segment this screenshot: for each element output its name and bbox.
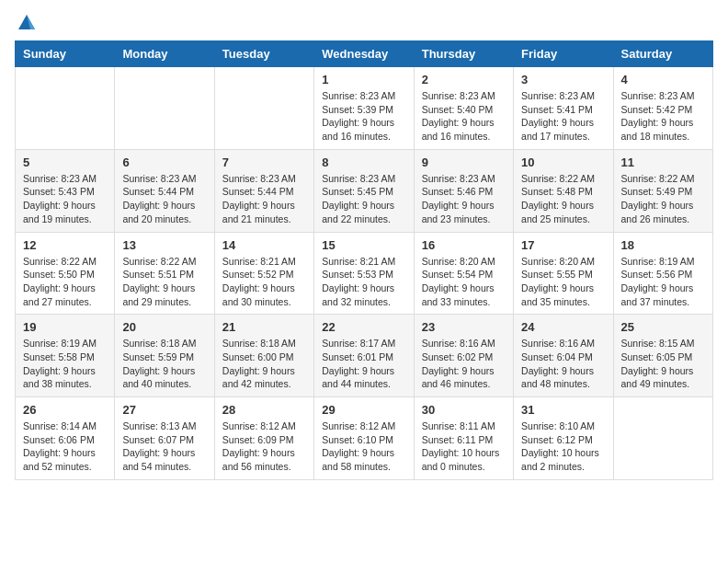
day-info: Sunrise: 8:23 AM Sunset: 5:44 PM Dayligh…	[222, 172, 306, 226]
day-of-week-header: Saturday	[613, 41, 712, 67]
calendar-week-row: 12Sunrise: 8:22 AM Sunset: 5:50 PM Dayli…	[16, 232, 713, 315]
calendar-day-cell: 29Sunrise: 8:12 AM Sunset: 6:10 PM Dayli…	[314, 397, 414, 480]
logo	[15, 15, 37, 29]
day-info: Sunrise: 8:11 AM Sunset: 6:11 PM Dayligh…	[422, 419, 506, 474]
day-number: 13	[122, 238, 206, 252]
day-info: Sunrise: 8:15 AM Sunset: 6:05 PM Dayligh…	[621, 337, 705, 391]
day-of-week-header: Monday	[115, 41, 214, 67]
day-number: 27	[122, 403, 206, 417]
day-number: 19	[23, 320, 107, 334]
day-number: 12	[23, 238, 107, 252]
calendar-day-cell: 2Sunrise: 8:23 AM Sunset: 5:40 PM Daylig…	[414, 67, 513, 150]
calendar-day-cell: 26Sunrise: 8:14 AM Sunset: 6:06 PM Dayli…	[16, 397, 115, 480]
day-info: Sunrise: 8:22 AM Sunset: 5:51 PM Dayligh…	[122, 255, 206, 309]
day-info: Sunrise: 8:22 AM Sunset: 5:49 PM Dayligh…	[621, 172, 705, 226]
day-info: Sunrise: 8:23 AM Sunset: 5:44 PM Dayligh…	[122, 172, 206, 226]
day-number: 24	[521, 320, 605, 334]
day-info: Sunrise: 8:23 AM Sunset: 5:42 PM Dayligh…	[621, 89, 705, 144]
day-number: 29	[322, 403, 405, 417]
day-number: 16	[422, 238, 506, 252]
day-number: 31	[521, 403, 605, 417]
logo-icon	[17, 13, 37, 33]
day-number: 22	[322, 320, 405, 334]
calendar-day-cell: 22Sunrise: 8:17 AM Sunset: 6:01 PM Dayli…	[314, 315, 414, 397]
day-number: 30	[422, 403, 506, 417]
calendar-week-row: 26Sunrise: 8:14 AM Sunset: 6:06 PM Dayli…	[16, 397, 713, 480]
day-info: Sunrise: 8:17 AM Sunset: 6:01 PM Dayligh…	[322, 337, 405, 391]
day-of-week-header: Tuesday	[214, 41, 313, 67]
calendar-table: SundayMondayTuesdayWednesdayThursdayFrid…	[15, 40, 713, 480]
calendar-day-cell	[613, 397, 712, 480]
day-number: 21	[222, 320, 306, 334]
day-number: 14	[222, 238, 306, 252]
day-number: 5	[23, 155, 107, 169]
page-header	[15, 15, 713, 29]
day-number: 4	[621, 73, 705, 86]
day-number: 17	[521, 238, 605, 252]
calendar-day-cell: 27Sunrise: 8:13 AM Sunset: 6:07 PM Dayli…	[115, 397, 214, 480]
day-info: Sunrise: 8:23 AM Sunset: 5:40 PM Dayligh…	[422, 89, 506, 144]
calendar-week-row: 1Sunrise: 8:23 AM Sunset: 5:39 PM Daylig…	[16, 67, 713, 150]
day-info: Sunrise: 8:19 AM Sunset: 5:58 PM Dayligh…	[23, 337, 107, 391]
day-info: Sunrise: 8:21 AM Sunset: 5:52 PM Dayligh…	[222, 255, 306, 309]
calendar-day-cell: 6Sunrise: 8:23 AM Sunset: 5:44 PM Daylig…	[115, 149, 214, 232]
calendar-day-cell	[115, 67, 214, 150]
calendar-day-cell: 3Sunrise: 8:23 AM Sunset: 5:41 PM Daylig…	[514, 67, 613, 150]
day-number: 9	[422, 155, 506, 169]
calendar-day-cell: 5Sunrise: 8:23 AM Sunset: 5:43 PM Daylig…	[16, 149, 115, 232]
day-number: 7	[222, 155, 306, 169]
day-info: Sunrise: 8:19 AM Sunset: 5:56 PM Dayligh…	[621, 255, 705, 309]
calendar-day-cell: 31Sunrise: 8:10 AM Sunset: 6:12 PM Dayli…	[514, 397, 613, 480]
day-number: 15	[322, 238, 405, 252]
day-of-week-header: Wednesday	[314, 41, 414, 67]
day-number: 20	[122, 320, 206, 334]
day-number: 28	[222, 403, 306, 417]
day-number: 23	[422, 320, 506, 334]
day-number: 8	[322, 155, 405, 169]
day-number: 26	[23, 403, 107, 417]
calendar-day-cell: 10Sunrise: 8:22 AM Sunset: 5:48 PM Dayli…	[514, 149, 613, 232]
calendar-day-cell: 16Sunrise: 8:20 AM Sunset: 5:54 PM Dayli…	[414, 232, 513, 315]
day-info: Sunrise: 8:18 AM Sunset: 6:00 PM Dayligh…	[222, 337, 306, 391]
day-number: 2	[422, 73, 506, 86]
calendar-day-cell: 30Sunrise: 8:11 AM Sunset: 6:11 PM Dayli…	[414, 397, 513, 480]
day-info: Sunrise: 8:16 AM Sunset: 6:02 PM Dayligh…	[422, 337, 506, 391]
day-number: 18	[621, 238, 705, 252]
day-info: Sunrise: 8:22 AM Sunset: 5:50 PM Dayligh…	[23, 255, 107, 309]
day-info: Sunrise: 8:14 AM Sunset: 6:06 PM Dayligh…	[23, 419, 107, 474]
day-number: 1	[322, 73, 405, 86]
day-info: Sunrise: 8:10 AM Sunset: 6:12 PM Dayligh…	[521, 419, 605, 474]
day-info: Sunrise: 8:20 AM Sunset: 5:55 PM Dayligh…	[521, 255, 605, 309]
calendar-day-cell: 12Sunrise: 8:22 AM Sunset: 5:50 PM Dayli…	[16, 232, 115, 315]
day-number: 3	[521, 73, 605, 86]
day-info: Sunrise: 8:13 AM Sunset: 6:07 PM Dayligh…	[122, 419, 206, 474]
day-info: Sunrise: 8:23 AM Sunset: 5:39 PM Dayligh…	[322, 89, 405, 144]
calendar-day-cell: 21Sunrise: 8:18 AM Sunset: 6:00 PM Dayli…	[214, 315, 313, 397]
calendar-week-row: 19Sunrise: 8:19 AM Sunset: 5:58 PM Dayli…	[16, 315, 713, 397]
calendar-day-cell: 4Sunrise: 8:23 AM Sunset: 5:42 PM Daylig…	[613, 67, 712, 150]
calendar-week-row: 5Sunrise: 8:23 AM Sunset: 5:43 PM Daylig…	[16, 149, 713, 232]
day-info: Sunrise: 8:12 AM Sunset: 6:10 PM Dayligh…	[322, 419, 405, 474]
calendar-day-cell: 11Sunrise: 8:22 AM Sunset: 5:49 PM Dayli…	[613, 149, 712, 232]
day-info: Sunrise: 8:18 AM Sunset: 5:59 PM Dayligh…	[122, 337, 206, 391]
calendar-day-cell: 24Sunrise: 8:16 AM Sunset: 6:04 PM Dayli…	[514, 315, 613, 397]
calendar-day-cell: 17Sunrise: 8:20 AM Sunset: 5:55 PM Dayli…	[514, 232, 613, 315]
day-number: 11	[621, 155, 705, 169]
calendar-day-cell: 25Sunrise: 8:15 AM Sunset: 6:05 PM Dayli…	[613, 315, 712, 397]
day-of-week-header: Friday	[514, 41, 613, 67]
day-of-week-header: Sunday	[16, 41, 115, 67]
calendar-day-cell	[16, 67, 115, 150]
day-info: Sunrise: 8:23 AM Sunset: 5:45 PM Dayligh…	[322, 172, 405, 226]
day-info: Sunrise: 8:16 AM Sunset: 6:04 PM Dayligh…	[521, 337, 605, 391]
calendar-day-cell: 28Sunrise: 8:12 AM Sunset: 6:09 PM Dayli…	[214, 397, 313, 480]
day-info: Sunrise: 8:23 AM Sunset: 5:46 PM Dayligh…	[422, 172, 506, 226]
calendar-day-cell: 14Sunrise: 8:21 AM Sunset: 5:52 PM Dayli…	[214, 232, 313, 315]
day-of-week-header: Thursday	[414, 41, 513, 67]
day-info: Sunrise: 8:12 AM Sunset: 6:09 PM Dayligh…	[222, 419, 306, 474]
day-number: 10	[521, 155, 605, 169]
calendar-header-row: SundayMondayTuesdayWednesdayThursdayFrid…	[16, 41, 713, 67]
calendar-day-cell: 19Sunrise: 8:19 AM Sunset: 5:58 PM Dayli…	[16, 315, 115, 397]
calendar-day-cell: 9Sunrise: 8:23 AM Sunset: 5:46 PM Daylig…	[414, 149, 513, 232]
calendar-day-cell: 1Sunrise: 8:23 AM Sunset: 5:39 PM Daylig…	[314, 67, 414, 150]
day-info: Sunrise: 8:23 AM Sunset: 5:41 PM Dayligh…	[521, 89, 605, 144]
